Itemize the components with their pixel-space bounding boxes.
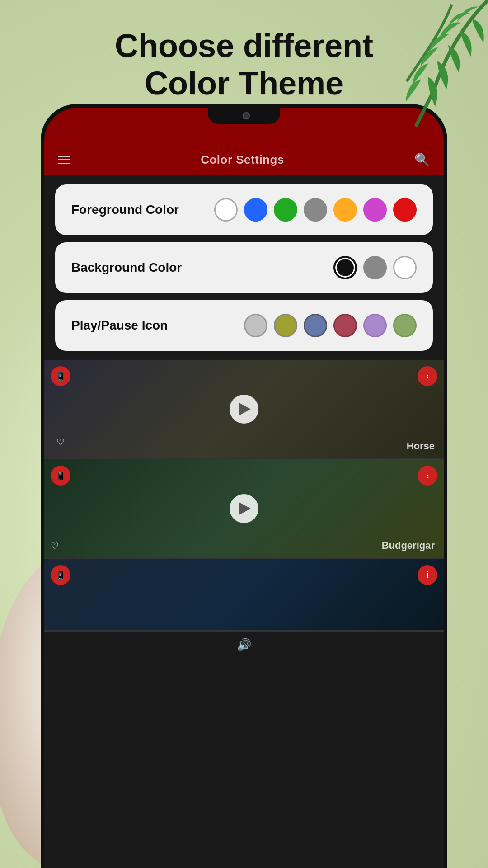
background-label: Background Color <box>71 260 182 275</box>
fg-color-red[interactable] <box>393 198 417 222</box>
video-back-icon-bird[interactable]: ‹ <box>418 466 437 486</box>
play-button-bird[interactable] <box>230 494 258 523</box>
fg-color-purple[interactable] <box>363 198 387 222</box>
fg-color-green[interactable] <box>274 198 297 222</box>
pp-icon-olive[interactable] <box>274 314 297 337</box>
video-phone-icon-bird[interactable]: 📱 <box>51 466 70 486</box>
fg-color-white[interactable] <box>214 198 238 222</box>
fg-color-orange[interactable] <box>333 198 357 222</box>
phone-inner: Color Settings 🔍 Foreground Color <box>44 108 444 868</box>
fg-color-blue[interactable] <box>244 198 267 222</box>
play-button-horse[interactable] <box>230 395 258 424</box>
pp-icon-rose[interactable] <box>333 314 357 337</box>
camera <box>243 112 250 119</box>
playpause-icon-options <box>244 314 417 337</box>
phone-frame: Color Settings 🔍 Foreground Color <box>41 104 447 868</box>
video-item-bird: 📱 ‹ ♡ Budgerigar <box>44 459 444 559</box>
video-label-bird: Budgerigar <box>382 540 435 552</box>
bg-color-white[interactable] <box>393 256 417 279</box>
foreground-color-card: Foreground Color <box>55 184 433 235</box>
background-color-options <box>333 256 417 279</box>
video-thumbnail-third <box>44 559 444 630</box>
play-triangle-horse <box>239 403 251 415</box>
foreground-label: Foreground Color <box>71 203 179 217</box>
app-bar: Color Settings 🔍 <box>44 144 444 175</box>
video-list: 📱 ‹ ♡ Horse 📱 ‹ <box>44 360 444 631</box>
fg-color-gray[interactable] <box>304 198 327 222</box>
video-back-icon-horse[interactable]: ‹ <box>418 366 437 386</box>
pp-icon-green-gray[interactable] <box>393 314 417 337</box>
video-phone-icon-third[interactable]: 📱 <box>51 565 70 585</box>
info-icon-third[interactable]: i <box>418 565 437 585</box>
pp-icon-blue-gray[interactable] <box>304 314 327 337</box>
pp-icon-lavender[interactable] <box>363 314 387 337</box>
bg-color-gray[interactable] <box>363 256 387 279</box>
play-triangle-bird <box>239 502 251 515</box>
foreground-color-options <box>214 198 417 222</box>
playpause-label: Play/Pause Icon <box>71 318 168 333</box>
video-label-horse: Horse <box>407 440 435 452</box>
video-item-horse: 📱 ‹ ♡ Horse <box>44 360 444 459</box>
phone-notch <box>208 108 280 124</box>
palm-leaf-decoration <box>361 0 488 136</box>
hamburger-menu-icon[interactable] <box>58 156 70 164</box>
app-bar-title: Color Settings <box>70 153 414 167</box>
bottom-bar: 🔊 <box>44 631 444 658</box>
heart-icon-bird[interactable]: ♡ <box>51 541 59 552</box>
heart-icon-horse[interactable]: ♡ <box>51 432 70 452</box>
pp-icon-light-gray[interactable] <box>244 314 267 337</box>
heart-bird: ♡ <box>51 541 59 551</box>
settings-area: Foreground Color Background Color <box>44 175 444 360</box>
heart-horse: ♡ <box>56 437 65 448</box>
playpause-icon-card: Play/Pause Icon <box>55 300 433 351</box>
video-item-third: 📱 i <box>44 559 444 631</box>
background-color-card: Background Color <box>55 242 433 293</box>
search-icon[interactable]: 🔍 <box>414 152 430 167</box>
bg-color-black[interactable] <box>333 256 357 279</box>
video-phone-icon-horse[interactable]: 📱 <box>51 366 70 386</box>
